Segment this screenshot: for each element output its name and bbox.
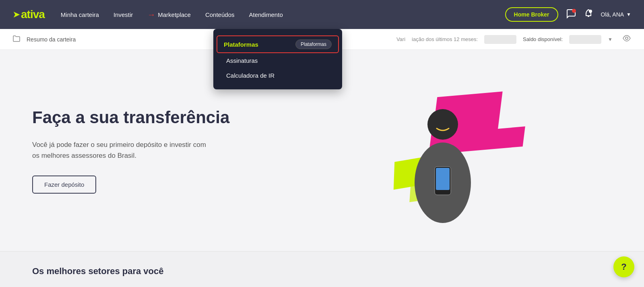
svg-rect-1	[588, 16, 589, 17]
marketplace-arrow-icon: →	[147, 10, 155, 19]
svg-rect-7	[436, 168, 450, 190]
hero-shapes	[362, 78, 523, 223]
bottom-section: Os melhores setores para você	[0, 251, 644, 287]
help-button[interactable]: ?	[613, 256, 634, 277]
person-illustration	[402, 102, 483, 223]
svg-point-2	[589, 10, 592, 13]
logo-brand-name: ativa	[21, 8, 45, 21]
logo-text: ➤ ativa	[13, 8, 45, 21]
hero-subtitle: Você já pode fazer o seu primeiro depósi…	[32, 139, 209, 161]
hero-text: Faça a sua transferência Você já pode fa…	[32, 107, 274, 194]
hero-image	[274, 74, 612, 227]
nav-marketplace[interactable]: → Marketplace	[147, 10, 191, 19]
nav-atendimento[interactable]: Atendimento	[249, 11, 283, 18]
chevron-down-icon: ▼	[626, 12, 631, 17]
dropdown-item-calculadora-ir[interactable]: Calculadora de IR	[213, 68, 342, 83]
nav-right: Home Broker Olá, ANA ▼	[505, 7, 631, 22]
messages-icon[interactable]	[566, 9, 576, 21]
svg-point-3	[625, 37, 628, 39]
marketplace-dropdown: Plataformas Plataformas Assinaturas Calc…	[213, 29, 342, 89]
subheader-right: Vari iação dos últimos 12 meses: Saldo d…	[396, 35, 631, 44]
logo[interactable]: ➤ ativa	[13, 8, 45, 21]
home-broker-button[interactable]: Home Broker	[505, 7, 558, 22]
hero-title: Faça a sua transferência	[32, 107, 274, 128]
svg-point-4	[427, 109, 458, 140]
nav-investir[interactable]: Investir	[114, 11, 133, 18]
eye-icon[interactable]	[622, 35, 631, 43]
bottom-title: Os melhores setores para você	[32, 266, 612, 277]
user-greeting[interactable]: Olá, ANA ▼	[601, 11, 631, 18]
saldo-value	[569, 35, 601, 44]
deposit-button[interactable]: Fazer depósito	[32, 176, 96, 194]
nav-minha-carteira[interactable]: Minha carteira	[61, 11, 99, 18]
logo-arrow-icon: ➤	[13, 10, 19, 19]
breadcrumb-text: Resumo da carteira	[27, 36, 76, 43]
saldo-label: Saldo disponível:	[523, 36, 563, 42]
nav-links: Minha carteira Investir → Marketplace Co…	[61, 10, 505, 19]
variacao-value	[484, 35, 516, 44]
navbar: ➤ ativa Minha carteira Investir → Market…	[0, 0, 644, 29]
dropdown-item-assinaturas[interactable]: Assinaturas	[213, 53, 342, 68]
folder-icon	[13, 35, 20, 43]
saldo-chevron-icon[interactable]: ▼	[608, 37, 613, 42]
dropdown-item-plataformas[interactable]: Plataformas Plataformas	[217, 35, 339, 53]
svg-point-0	[572, 9, 576, 13]
nav-conteudos[interactable]: Conteúdos	[205, 11, 235, 18]
notifications-icon[interactable]	[584, 9, 593, 21]
